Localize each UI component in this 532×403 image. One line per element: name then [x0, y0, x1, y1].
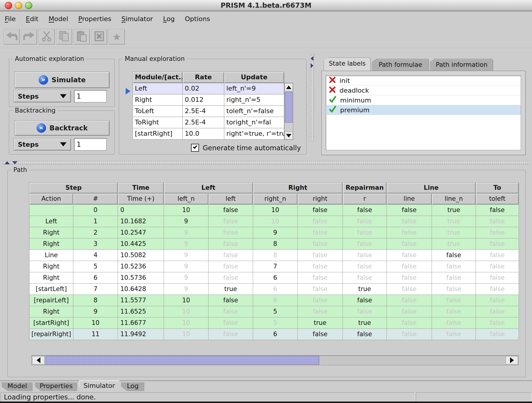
simulate-button[interactable]: » Simulate [15, 72, 110, 88]
scroll-left-button[interactable] [32, 356, 45, 364]
menu-properties[interactable]: Properties [78, 15, 111, 23]
collapse-right-icon[interactable] [311, 63, 313, 68]
path-cell-r9-left_n[interactable]: 10 [164, 306, 209, 317]
manual-table-cell[interactable]: toleft_n'=false [224, 106, 284, 117]
path-cell-r8-left_n[interactable]: 10 [164, 295, 209, 306]
path-cell-r5-line_n[interactable]: false [432, 261, 476, 272]
manual-column-header[interactable]: Module/[act... [133, 72, 183, 83]
state-label-item-minimum[interactable]: minimum [326, 95, 521, 105]
path-cell-r6-#[interactable]: 6 [73, 272, 118, 284]
manual-column-header[interactable]: Update [224, 72, 284, 83]
path-cell-r7-left_n[interactable]: 9 [164, 284, 209, 295]
cut-button[interactable] [39, 29, 55, 45]
path-cell-r11-#[interactable]: 11 [73, 329, 118, 340]
path-cell-r10-line_n[interactable]: false [432, 317, 476, 329]
path-cell-r1-left[interactable]: false [209, 216, 253, 227]
path-cell-r5-left[interactable]: false [209, 261, 253, 272]
generate-time-checkbox[interactable] [191, 144, 199, 152]
path-cell-r4-left[interactable]: false [209, 250, 253, 261]
path-cell-r2-r[interactable]: false [343, 227, 387, 238]
path-cell-r1-#[interactable]: 1 [73, 216, 118, 227]
menu-file[interactable]: File [5, 15, 16, 23]
vertical-splitter[interactable] [310, 54, 314, 141]
path-cell-r2-left[interactable]: false [209, 227, 253, 238]
generate-time-checkbox-row[interactable]: Generate time automatically [191, 144, 301, 152]
path-column-header[interactable]: # [73, 194, 118, 205]
path-cell-r0-r[interactable]: false [343, 205, 387, 216]
path-cell-r8-Time(+)[interactable]: 11.5577 [118, 295, 164, 306]
path-cell-r2-toleft[interactable]: false [476, 227, 519, 238]
path-cell-r6-left[interactable]: false [209, 272, 253, 284]
path-cell-r2-#[interactable]: 2 [73, 227, 118, 238]
path-cell-r0-right[interactable]: false [298, 205, 343, 216]
path-cell-r4-toleft[interactable]: false [476, 250, 519, 261]
path-cell-r11-toleft[interactable]: false [476, 329, 519, 340]
simulate-steps-dropdown[interactable]: Steps [13, 90, 71, 102]
path-cell-r11-Time(+)[interactable]: 11.9492 [118, 329, 164, 340]
path-cell-r1-right[interactable]: false [298, 216, 343, 227]
path-cell-r7-#[interactable]: 7 [73, 284, 118, 295]
path-cell-r5-Time(+)[interactable]: 10.5236 [118, 261, 164, 272]
manual-table-cell[interactable]: 0.02 [183, 83, 224, 94]
path-cell-r1-left_n[interactable]: 9 [164, 216, 209, 227]
path-cell-r1-right_n[interactable]: 10 [253, 216, 298, 227]
manual-table-cell[interactable]: toright_n'=fal [224, 117, 284, 128]
path-cell-r5-Action[interactable]: Right [29, 261, 73, 272]
redo-button[interactable] [21, 29, 37, 45]
collapse-down-icon[interactable] [12, 161, 18, 164]
path-cell-r7-left[interactable]: true [209, 284, 253, 295]
path-cell-r2-line_n[interactable]: true [432, 227, 476, 238]
path-cell-r8-right_n[interactable]: 6 [253, 295, 298, 306]
delete-button[interactable] [91, 29, 107, 45]
path-cell-r10-left_n[interactable]: 10 [164, 317, 209, 329]
path-cell-r9-right[interactable]: false [298, 306, 343, 317]
path-cell-r10-Time(+)[interactable]: 11.6677 [118, 317, 164, 329]
path-cell-r8-line[interactable]: false [387, 295, 432, 306]
path-cell-r3-left_n[interactable]: 9 [164, 238, 209, 250]
path-cell-r3-left[interactable]: false [209, 238, 253, 250]
path-cell-r9-right_n[interactable]: 5 [253, 306, 298, 317]
path-column-header[interactable]: left [209, 194, 253, 205]
path-cell-r6-right[interactable]: false [298, 272, 343, 284]
simulate-steps-input[interactable]: 1 [74, 90, 107, 102]
scroll-up-button[interactable] [285, 83, 293, 91]
path-cell-r6-line_n[interactable]: false [432, 272, 476, 284]
path-cell-r1-Time(+)[interactable]: 10.1682 [118, 216, 164, 227]
path-cell-r3-#[interactable]: 3 [73, 238, 118, 250]
path-cell-r5-toleft[interactable]: false [476, 261, 519, 272]
path-cell-r3-right[interactable]: false [298, 238, 343, 250]
scroll-right-button[interactable] [506, 356, 518, 364]
path-column-header[interactable]: Time (+) [118, 194, 164, 205]
path-cell-r11-r[interactable]: false [343, 329, 387, 340]
path-cell-r9-r[interactable]: false [343, 306, 387, 317]
path-cell-r6-right_n[interactable]: 6 [253, 272, 298, 284]
path-cell-r5-line[interactable]: false [387, 261, 432, 272]
tab-properties[interactable]: Properties [35, 382, 77, 391]
path-cell-r10-#[interactable]: 10 [73, 317, 118, 329]
path-cell-r5-#[interactable]: 5 [73, 261, 118, 272]
path-cell-r6-line[interactable]: false [387, 272, 432, 284]
path-cell-r2-right_n[interactable]: 9 [253, 227, 298, 238]
tab-log[interactable]: Log [121, 382, 144, 391]
backtrack-steps-input[interactable]: 1 [74, 138, 107, 151]
menu-edit[interactable]: Edit [26, 15, 39, 23]
path-cell-r9-Action[interactable]: Right [29, 306, 73, 317]
path-cell-r6-left_n[interactable]: 9 [164, 272, 209, 284]
manual-table-cell[interactable]: Left [133, 83, 183, 94]
path-column-header[interactable]: right_n [253, 194, 298, 205]
tab-path-information[interactable]: Path information [430, 59, 493, 71]
path-cell-r4-#[interactable]: 4 [73, 250, 118, 261]
path-cell-r4-line_n[interactable]: false [432, 250, 476, 261]
path-cell-r11-left[interactable]: false [209, 329, 253, 340]
path-cell-r6-Time(+)[interactable]: 10.5736 [118, 272, 164, 284]
path-cell-r7-r[interactable]: true [343, 284, 387, 295]
path-cell-r10-Action[interactable]: [startRight] [29, 317, 73, 329]
path-cell-r4-right[interactable]: false [298, 250, 343, 261]
undo-button[interactable] [4, 29, 20, 45]
path-cell-r1-r[interactable]: false [343, 216, 387, 227]
path-cell-r11-line_n[interactable]: false [432, 329, 476, 340]
path-cell-r5-right[interactable]: false [298, 261, 343, 272]
manual-table-cell[interactable]: ToRight [133, 117, 183, 128]
path-cell-r5-left_n[interactable]: 9 [164, 261, 209, 272]
path-cell-r11-Action[interactable]: [repairRight] [29, 329, 73, 340]
